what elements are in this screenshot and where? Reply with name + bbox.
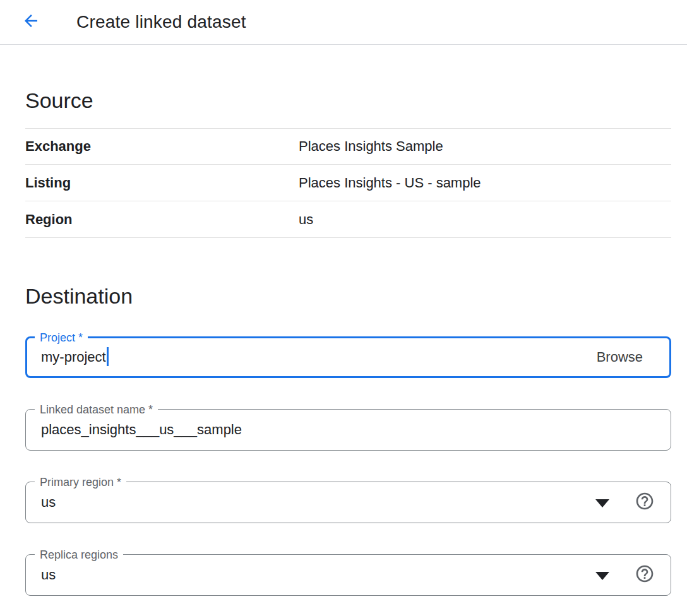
primary-region-dropdown[interactable]: Primary region * us bbox=[25, 482, 671, 523]
primary-region-value: us bbox=[41, 494, 56, 511]
table-row-exchange: Exchange Places Insights Sample bbox=[25, 128, 671, 165]
project-input[interactable]: my-project bbox=[41, 349, 106, 365]
page-title: Create linked dataset bbox=[76, 12, 246, 32]
primary-region-help-button[interactable] bbox=[635, 492, 655, 512]
replica-regions-label: Replica regions bbox=[35, 547, 123, 562]
create-linked-dataset-page: Create linked dataset Source Exchange Pl… bbox=[0, 0, 687, 616]
linked-dataset-name-field[interactable]: Linked dataset name * places_insights___… bbox=[25, 409, 671, 451]
source-info-table: Exchange Places Insights Sample Listing … bbox=[25, 128, 671, 238]
arrow-back-icon bbox=[21, 11, 40, 33]
project-field-label: Project * bbox=[35, 330, 88, 345]
primary-region-label: Primary region * bbox=[35, 475, 126, 490]
text-cursor bbox=[107, 347, 109, 366]
replica-regions-help-button[interactable] bbox=[635, 565, 655, 585]
source-section-heading: Source bbox=[25, 86, 671, 114]
help-circle-icon bbox=[635, 564, 655, 586]
replica-regions-value: us bbox=[41, 567, 56, 583]
caret-down-icon[interactable] bbox=[595, 499, 609, 507]
region-label: Region bbox=[25, 211, 299, 228]
project-field[interactable]: Project * my-project Browse bbox=[25, 336, 671, 378]
listing-label: Listing bbox=[25, 175, 299, 191]
help-circle-icon bbox=[635, 491, 655, 514]
table-row-listing: Listing Places Insights - US - sample bbox=[25, 165, 671, 201]
caret-down-icon[interactable] bbox=[595, 572, 609, 580]
linked-dataset-name-input[interactable]: places_insights___us___sample bbox=[41, 422, 242, 438]
browse-button[interactable]: Browse bbox=[597, 349, 655, 365]
page-content: Source Exchange Places Insights Sample L… bbox=[0, 86, 687, 596]
linked-dataset-name-label: Linked dataset name * bbox=[35, 402, 158, 417]
page-header: Create linked dataset bbox=[0, 0, 687, 45]
listing-value: Places Insights - US - sample bbox=[299, 175, 481, 191]
exchange-value: Places Insights Sample bbox=[299, 138, 443, 155]
exchange-label: Exchange bbox=[25, 138, 299, 155]
back-button[interactable] bbox=[21, 12, 41, 32]
replica-regions-dropdown[interactable]: Replica regions us bbox=[25, 554, 671, 596]
table-row-region: Region us bbox=[25, 201, 671, 238]
region-value: us bbox=[299, 211, 313, 228]
destination-section-heading: Destination bbox=[25, 282, 671, 310]
